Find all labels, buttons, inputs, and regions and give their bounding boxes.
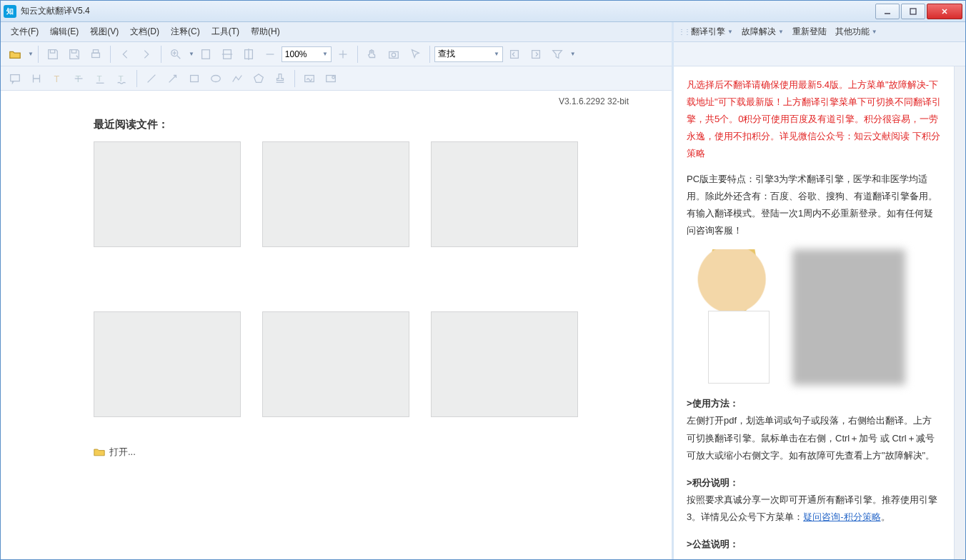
toolbar-main: ▼ ▼ 100%▼: [1, 42, 672, 66]
svg-line-7: [177, 55, 181, 59]
recent-files-title: 最近阅读文件：: [94, 118, 643, 131]
search-prev-button: [504, 44, 524, 64]
open-dropdown[interactable]: ▼: [28, 51, 34, 57]
save-as-button: [64, 44, 84, 64]
features-text: PC版主要特点：引擎3为学术翻译引擎，医学和非医学均适用。除此外还含有：百度、谷…: [687, 171, 941, 239]
zoom-select[interactable]: 100%▼: [282, 46, 332, 62]
menu-engine[interactable]: 翻译引擎▼: [687, 23, 737, 41]
svg-rect-21: [532, 50, 539, 58]
window-title: 知云文献翻译V5.4: [21, 5, 874, 17]
person-image: [695, 249, 787, 385]
svg-rect-33: [305, 75, 314, 81]
svg-text:T: T: [54, 74, 60, 84]
menu-file[interactable]: 文件(F): [5, 23, 44, 41]
open-file-label: 打开...: [109, 446, 136, 459]
ellipse-button: [206, 69, 226, 89]
version-label: V3.1.6.2292 32-bit: [559, 96, 629, 106]
svg-point-35: [332, 76, 335, 79]
next-page-button: [136, 44, 156, 64]
snapshot-button: [384, 44, 404, 64]
points-title: >积分说明：: [687, 474, 941, 491]
menu-comment[interactable]: 注释(C): [165, 23, 206, 41]
svg-line-30: [169, 75, 176, 82]
sign-button: [299, 69, 319, 89]
menu-tools[interactable]: 工具(T): [206, 23, 245, 41]
zoom-out-minus-button: [260, 44, 280, 64]
usage-text: 左侧打开pdf，划选单词或句子或段落，右侧给出翻译。上方可切换翻译引擎。鼠标单击…: [687, 412, 941, 464]
text-select-button: [26, 69, 46, 89]
strikeout-button: T: [69, 69, 89, 89]
menubar: 文件(F) 编辑(E) 视图(V) 文档(D) 注释(C) 工具(T) 帮助(H…: [1, 22, 672, 42]
prev-page-button: [115, 44, 135, 64]
svg-rect-4: [92, 53, 100, 57]
recent-file-thumb[interactable]: [94, 141, 241, 247]
qr-section: [695, 249, 941, 385]
line-button: [141, 69, 161, 89]
points-link[interactable]: 疑问咨询-积分策略: [803, 511, 880, 522]
svg-text:T: T: [97, 73, 102, 82]
open-file-link[interactable]: 打开...: [94, 446, 643, 459]
attach-button: [321, 69, 341, 89]
recent-file-thumb[interactable]: [262, 141, 409, 247]
fit-height-button: [239, 44, 259, 64]
menu-help[interactable]: 帮助(H): [245, 23, 286, 41]
usage-title: >使用方法：: [687, 395, 941, 412]
svg-rect-31: [191, 75, 199, 81]
points-text: 按照要求真诚分享一次即可开通所有翻译引擎。推荐使用引擎3。详情见公众号下方菜单：…: [687, 491, 941, 526]
squiggly-button: T: [112, 69, 132, 89]
recent-files-grid: [94, 141, 643, 417]
maximize-button[interactable]: [901, 4, 925, 19]
menu-other[interactable]: 其他功能▼: [831, 23, 882, 41]
titlebar: 知 知云文献翻译V5.4: [1, 1, 965, 22]
polyline-button: [227, 69, 247, 89]
translation-pane: ⋮⋮ 翻译引擎▼ 故障解决▼ 重新登陆 其他功能▼ 凡选择后不翻译请确保使用最新…: [674, 22, 965, 559]
menu-troubleshoot[interactable]: 故障解决▼: [737, 23, 788, 41]
search-next-button: [526, 44, 546, 64]
folder-icon: [94, 447, 105, 457]
menu-view[interactable]: 视图(V): [84, 23, 124, 41]
content-area: V3.1.6.2292 32-bit 最近阅读文件： 打开...: [1, 91, 672, 559]
search-box[interactable]: 查找▼: [434, 46, 503, 62]
fit-width-button: [217, 44, 237, 64]
right-toolbar-spacer: [674, 42, 965, 66]
recent-file-thumb[interactable]: [431, 311, 578, 417]
print-button: [86, 44, 106, 64]
svg-point-19: [392, 53, 395, 56]
qr-code-image: [792, 249, 905, 385]
charity-title: >公益说明：: [687, 536, 941, 553]
svg-point-32: [211, 75, 221, 81]
minimize-button[interactable]: [875, 4, 900, 19]
vertical-scrollbar[interactable]: [954, 66, 965, 559]
notice-text: 凡选择后不翻译请确保使用最新5.4版。上方菜单"故障解决-下载地址"可下载最新版…: [687, 76, 941, 162]
app-icon: 知: [4, 5, 16, 18]
rect-button: [184, 69, 204, 89]
open-button[interactable]: [5, 44, 25, 64]
stamp-button: [270, 69, 290, 89]
grip-icon: ⋮⋮: [678, 28, 684, 36]
fit-page-button: [196, 44, 216, 64]
svg-rect-20: [510, 50, 518, 58]
menu-relogin[interactable]: 重新登陆: [788, 23, 831, 41]
highlight-button: T: [48, 69, 68, 89]
zoom-in-button: [166, 44, 186, 64]
hand-tool-button: [362, 44, 382, 64]
select-tool-button: [405, 44, 425, 64]
arrow-button: [163, 69, 183, 89]
zoom-in-dropdown[interactable]: ▼: [189, 51, 194, 57]
underline-button: T: [91, 69, 111, 89]
recent-file-thumb[interactable]: [94, 311, 241, 417]
document-pane: 文件(F) 编辑(E) 视图(V) 文档(D) 注释(C) 工具(T) 帮助(H…: [1, 22, 674, 559]
zoom-in-plus-button: [333, 44, 353, 64]
svg-rect-10: [201, 49, 209, 59]
menu-document[interactable]: 文档(D): [124, 23, 165, 41]
recent-file-thumb[interactable]: [262, 311, 409, 417]
save-button: [43, 44, 63, 64]
svg-text:T: T: [119, 73, 124, 82]
menu-edit[interactable]: 编辑(E): [44, 23, 84, 41]
filter-button: [547, 44, 567, 64]
filter-dropdown[interactable]: ▼: [570, 51, 576, 57]
close-button[interactable]: [927, 4, 962, 19]
recent-file-thumb[interactable]: [431, 141, 578, 247]
svg-line-29: [148, 74, 156, 82]
polygon-button: [249, 69, 269, 89]
